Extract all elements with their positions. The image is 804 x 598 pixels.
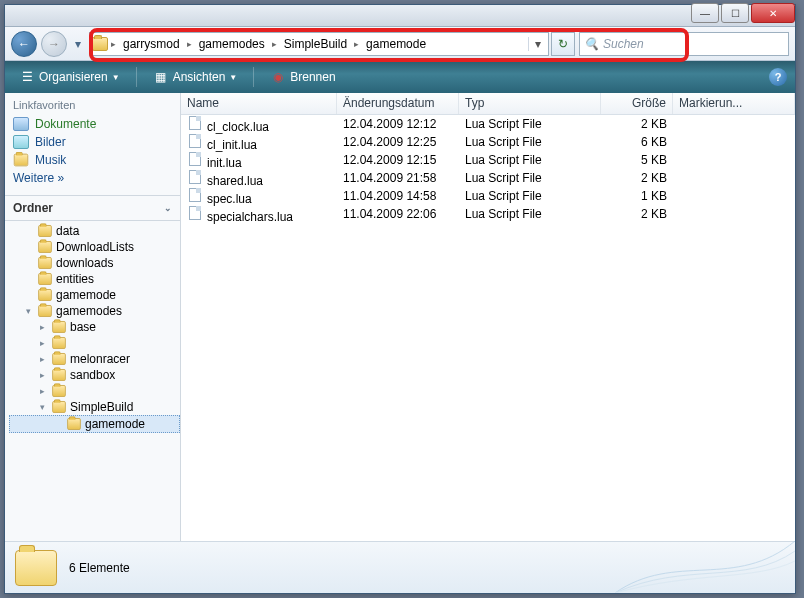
organize-icon: ☰ [19, 69, 35, 85]
main-area: Linkfavoriten Dokumente Bilder Musik Wei… [5, 93, 795, 541]
file-type: Lua Script File [459, 170, 601, 186]
file-tags [673, 213, 795, 215]
folders-header[interactable]: Ordner ⌄ [5, 195, 180, 220]
file-date: 12.04.2009 12:12 [337, 116, 459, 132]
search-placeholder: Suchen [603, 37, 644, 51]
tree-node[interactable]: data [9, 223, 180, 239]
expand-icon[interactable]: ▾ [23, 306, 34, 317]
expand-icon[interactable] [23, 274, 34, 285]
favorite-music[interactable]: Musik [13, 151, 172, 169]
tree-node[interactable]: entities [9, 271, 180, 287]
folder-icon [38, 225, 52, 237]
minimize-button[interactable]: — [691, 3, 719, 23]
expand-icon[interactable] [23, 290, 34, 301]
file-tags [673, 177, 795, 179]
lua-file-icon [187, 115, 203, 131]
address-bar[interactable]: ▸ garrysmod ▸ gamemodes ▸ SimpleBuild ▸ … [89, 32, 549, 56]
breadcrumb-item[interactable]: garrysmod [119, 37, 184, 51]
breadcrumb-sep-icon: ▸ [353, 39, 360, 49]
tree-node[interactable]: ▸base [9, 319, 180, 335]
tree-node[interactable]: ▸ [9, 383, 180, 399]
expand-icon[interactable] [23, 258, 34, 269]
file-tags [673, 159, 795, 161]
expand-icon[interactable] [23, 242, 34, 253]
breadcrumb-item[interactable]: gamemode [362, 37, 430, 51]
tree-node-label: melonracer [70, 352, 130, 366]
nav-row: ← → ▾ ▸ garrysmod ▸ gamemodes ▸ SimpleBu… [5, 27, 795, 61]
views-button[interactable]: ▦ Ansichten ▼ [147, 67, 244, 87]
breadcrumb-item[interactable]: gamemodes [195, 37, 269, 51]
folder-icon [14, 154, 28, 167]
favorite-label: Bilder [35, 135, 66, 149]
burn-icon: ◉ [270, 69, 286, 85]
tree-node-label: gamemodes [56, 304, 122, 318]
column-type[interactable]: Typ [459, 93, 601, 114]
favorites-more[interactable]: Weitere » [13, 169, 172, 187]
lua-file-icon [187, 205, 203, 221]
tree-node[interactable]: gamemode [9, 287, 180, 303]
address-dropdown[interactable]: ▾ [528, 37, 546, 51]
favorite-pictures[interactable]: Bilder [13, 133, 172, 151]
folders-header-label: Ordner [13, 201, 53, 215]
favorites-header: Linkfavoriten [5, 93, 180, 115]
tree-node[interactable]: gamemode [9, 415, 180, 433]
titlebar[interactable]: — ☐ ✕ [5, 5, 795, 27]
file-list[interactable]: cl_clock.lua12.04.2009 12:12Lua Script F… [181, 115, 795, 541]
column-size[interactable]: Größe [601, 93, 673, 114]
organize-button[interactable]: ☰ Organisieren ▼ [13, 67, 126, 87]
tree-node-label: downloads [56, 256, 113, 270]
expand-icon[interactable]: ▸ [37, 370, 48, 381]
file-row[interactable]: shared.lua11.04.2009 21:58Lua Script Fil… [181, 169, 795, 187]
column-headers: Name Änderungsdatum Typ Größe Markierun.… [181, 93, 795, 115]
file-row[interactable]: spec.lua11.04.2009 14:58Lua Script File1… [181, 187, 795, 205]
help-button[interactable]: ? [769, 68, 787, 86]
file-tags [673, 123, 795, 125]
status-item-count: 6 Elemente [69, 561, 130, 575]
search-input[interactable]: 🔍 Suchen [579, 32, 789, 56]
forward-button[interactable]: → [41, 31, 67, 57]
expand-icon[interactable]: ▾ [37, 402, 48, 413]
burn-button[interactable]: ◉ Brennen [264, 67, 341, 87]
file-row[interactable]: init.lua12.04.2009 12:15Lua Script File5… [181, 151, 795, 169]
navigation-pane: Linkfavoriten Dokumente Bilder Musik Wei… [5, 93, 181, 541]
tree-node[interactable]: ▾gamemodes [9, 303, 180, 319]
nav-history-dropdown[interactable]: ▾ [71, 37, 85, 51]
expand-icon[interactable]: ▸ [37, 322, 48, 333]
tree-node[interactable]: ▸sandbox [9, 367, 180, 383]
close-button[interactable]: ✕ [751, 3, 795, 23]
tree-node-label: SimpleBuild [70, 400, 133, 414]
file-type: Lua Script File [459, 188, 601, 204]
column-name[interactable]: Name [181, 93, 337, 114]
expand-icon[interactable] [23, 226, 34, 237]
tree-node[interactable]: DownloadLists [9, 239, 180, 255]
column-tags[interactable]: Markierun... [673, 93, 795, 114]
tree-node[interactable]: ▸ [9, 335, 180, 351]
maximize-button[interactable]: ☐ [721, 3, 749, 23]
views-icon: ▦ [153, 69, 169, 85]
back-button[interactable]: ← [11, 31, 37, 57]
chevron-down-icon: ▼ [112, 73, 120, 82]
file-type: Lua Script File [459, 152, 601, 168]
expand-icon[interactable]: ▸ [37, 338, 48, 349]
folder-tree[interactable]: dataDownloadListsdownloadsentitiesgamemo… [5, 221, 180, 541]
toolbar-separator [136, 67, 137, 87]
refresh-button[interactable]: ↻ [551, 32, 575, 56]
breadcrumb-item[interactable]: SimpleBuild [280, 37, 351, 51]
expand-icon[interactable]: ▸ [37, 386, 48, 397]
file-row[interactable]: cl_init.lua12.04.2009 12:25Lua Script Fi… [181, 133, 795, 151]
file-row[interactable]: cl_clock.lua12.04.2009 12:12Lua Script F… [181, 115, 795, 133]
favorite-documents[interactable]: Dokumente [13, 115, 172, 133]
folder-icon [52, 385, 66, 397]
folder-icon [52, 353, 66, 365]
favorite-label: Musik [35, 153, 66, 167]
tree-node[interactable]: ▾SimpleBuild [9, 399, 180, 415]
tree-node[interactable]: downloads [9, 255, 180, 271]
chevron-down-icon: ⌄ [164, 203, 172, 213]
file-row[interactable]: specialchars.lua11.04.2009 22:06Lua Scri… [181, 205, 795, 223]
expand-icon[interactable] [52, 419, 63, 430]
file-date: 11.04.2009 14:58 [337, 188, 459, 204]
column-date[interactable]: Änderungsdatum [337, 93, 459, 114]
expand-icon[interactable]: ▸ [37, 354, 48, 365]
lua-file-icon [187, 133, 203, 149]
tree-node[interactable]: ▸melonracer [9, 351, 180, 367]
